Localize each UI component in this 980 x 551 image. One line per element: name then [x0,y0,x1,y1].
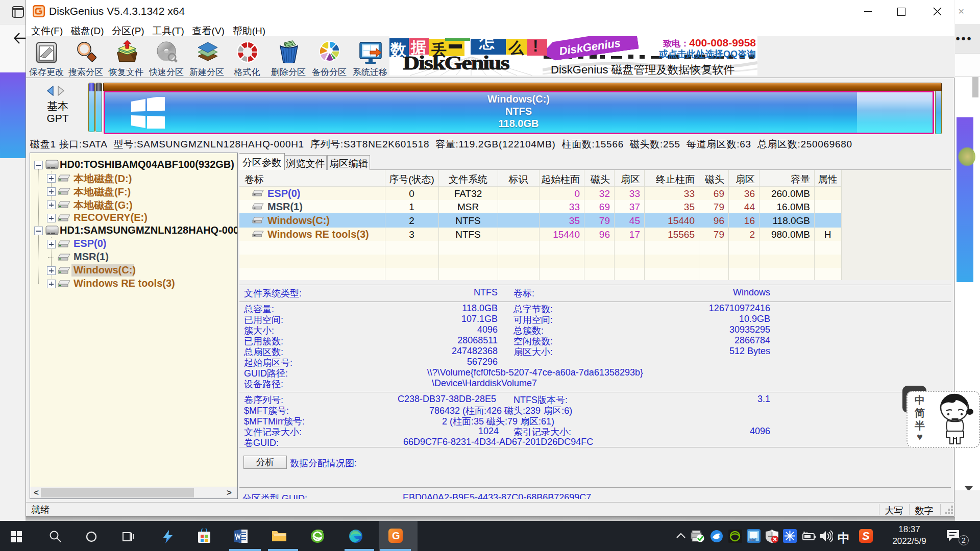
svg-text:intel: intel [749,538,756,541]
